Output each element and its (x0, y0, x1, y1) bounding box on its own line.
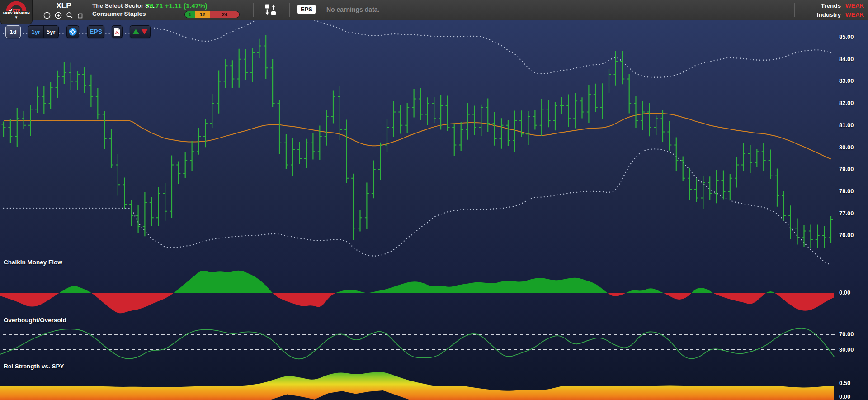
price-axis-label: 78.00 (839, 188, 854, 195)
pdf-file-icon (113, 27, 121, 36)
power-gauge-arc-icon: ETF (5, 1, 27, 12)
relative-strength-area (0, 372, 834, 400)
obos-70-label: 70.00 (839, 331, 854, 338)
obos-panel-title: Overbought/Oversold (4, 317, 66, 324)
trends-row: Trends WEAK (789, 1, 866, 10)
price-axis-label: 77.00 (839, 210, 854, 217)
price-axis-label: 76.00 (839, 232, 854, 238)
power-gauge-rating: VERY BEARISH (3, 11, 30, 15)
moving-average-line (4, 113, 831, 159)
power-gauge-bearish-count: 24 (210, 11, 239, 18)
power-gauge-neutral-count: 12 (195, 11, 210, 18)
security-sector: Consumer Staples (92, 10, 154, 18)
copy-page-icon[interactable] (77, 12, 85, 19)
price-quote: 76.71 +1.11 (1.47%) (146, 2, 240, 10)
obos-30-label: 30.00 (839, 346, 854, 353)
divider (253, 3, 254, 17)
signals-toggle-button[interactable] (130, 25, 151, 38)
price-axis-label: 84.00 (839, 56, 854, 62)
industry-label: Industry (817, 11, 841, 18)
cmf-panel-title: Chaikin Money Flow (4, 259, 62, 266)
header-bar: XLP The Select Sector S... Consumer Stap… (0, 0, 868, 20)
quote-block: 76.71 +1.11 (1.47%) 1 12 24 (146, 2, 240, 18)
price-axis-label: 81.00 (839, 122, 854, 129)
rs-000-label: 0.00 (839, 393, 850, 400)
chevron-down-icon: ▼ (14, 16, 18, 19)
trends-value: WEAK (845, 2, 866, 9)
trend-summary: Trends WEAK Industry WEAK (789, 1, 866, 19)
price-bars (2, 35, 833, 248)
price-axis-label: 82.00 (839, 100, 854, 106)
ticker-symbol: XLP (37, 1, 90, 10)
price-axis-label: 85.00 (839, 33, 854, 40)
info-icon[interactable] (43, 12, 51, 19)
price-and-indicator-charts[interactable] (0, 20, 868, 400)
security-name-block: The Select Sector S... Consumer Staples (92, 2, 154, 18)
industry-row: Industry WEAK (789, 10, 866, 19)
range-1d-button[interactable]: 1d (5, 25, 21, 38)
price-axis-label: 80.00 (839, 144, 854, 151)
eps-message: No earnings data. (326, 6, 379, 13)
trends-label: Trends (821, 2, 841, 9)
bullish-triangle-icon (132, 29, 139, 34)
search-icon[interactable] (66, 12, 73, 19)
price-axis-label: 79.00 (839, 166, 854, 172)
rs-050-label: 0.50 (839, 380, 850, 386)
power-gauge-bullish-count: 1 (185, 11, 195, 18)
divider (142, 3, 142, 17)
add-icon[interactable] (55, 12, 62, 19)
chart-area: 1d 1yr 5yr EPS Chaik (0, 20, 868, 400)
divider (289, 3, 290, 17)
overbought-oversold-line (0, 328, 835, 359)
price-axis-label: 83.00 (839, 77, 854, 84)
symbol-block: XLP (37, 1, 90, 19)
range-1yr-button[interactable]: 1yr (28, 26, 44, 38)
eps-badge: EPS (297, 5, 316, 14)
compare-icon[interactable] (259, 3, 282, 17)
target-icon (68, 27, 78, 37)
bearish-triangle-icon (141, 29, 148, 34)
indicator-settings-button[interactable] (66, 25, 79, 38)
eps-toggle-button[interactable]: EPS (87, 25, 104, 38)
bollinger-bands (4, 20, 831, 265)
rs-panel-title: Rel Strength vs. SPY (4, 363, 64, 370)
security-name: The Select Sector S... (92, 2, 154, 10)
industry-value: WEAK (845, 11, 866, 18)
cmf-zero-label: 0.00 (839, 289, 850, 296)
export-pdf-button[interactable] (112, 25, 123, 38)
power-gauge-rating-tab[interactable]: ETF VERY BEARISH ▼ (0, 0, 33, 24)
symbol-tools (37, 12, 90, 19)
power-gauge-bar[interactable]: 1 12 24 (184, 11, 240, 18)
chaikin-money-flow-area (0, 271, 834, 314)
range-group-button[interactable]: 1yr 5yr (28, 25, 59, 38)
chaikin-analytics-app: XLP The Select Sector S... Consumer Stap… (0, 0, 868, 400)
range-5yr-button[interactable]: 5yr (44, 26, 59, 38)
